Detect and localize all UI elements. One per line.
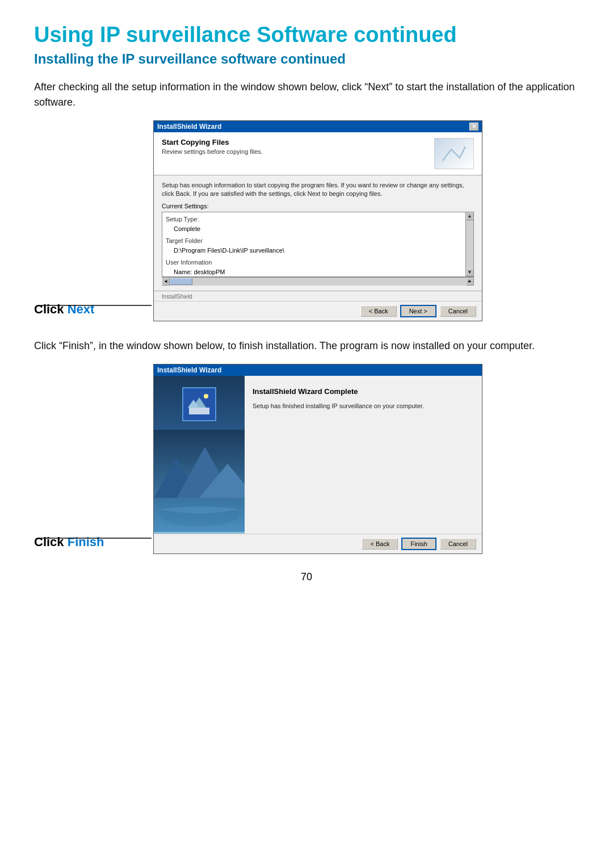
intro-paragraph: After checking all the setup information… — [34, 79, 579, 110]
hscrollbar-thumb[interactable] — [170, 278, 192, 285]
wizard1-titlebar: InstallShield Wizard ✕ — [154, 121, 482, 132]
page-number: 70 — [34, 571, 579, 583]
page-title: Using IP surveillance Software continued — [34, 23, 579, 48]
wizard2-side-panel — [154, 376, 245, 534]
wizard2-title: InstallShield Wizard — [157, 366, 221, 374]
wizard2-button-bar: < Back Finish Cancel — [154, 534, 482, 553]
click-finish-label: Click Finish — [34, 535, 104, 550]
wizard2-complete-text: Setup has finished installing IP surveil… — [253, 401, 474, 411]
settings-target-folder-value: D:\Program Files\D-Link\IP surveillance\ — [166, 246, 461, 255]
scrollbar-up-button[interactable]: ▲ — [466, 212, 474, 220]
wizard2-back-button[interactable]: < Back — [362, 538, 398, 550]
page-subtitle: Installing the IP surveillance software … — [34, 51, 579, 67]
settings-setup-type-value: Complete — [166, 224, 461, 234]
wizard2-icon — [182, 387, 216, 421]
svg-rect-3 — [189, 408, 209, 414]
wizard1-header: Start Copying Files Review settings befo… — [154, 132, 482, 175]
wizard1-settings-box: Setup Type: Complete Target Folder D:\Pr… — [162, 212, 474, 277]
wizard1-header-title: Start Copying Files — [162, 138, 263, 146]
click-next-label: Click Next — [34, 302, 94, 317]
finish-paragraph: Click “Finish”, in the window shown belo… — [34, 338, 579, 354]
wizard2-complete-title: InstallShield Wizard Complete — [253, 387, 474, 396]
hscrollbar-left-button[interactable]: ◄ — [162, 278, 170, 286]
wizard1-footer-text: InstallShield — [154, 291, 482, 301]
wizard2-titlebar: InstallShield Wizard — [154, 364, 482, 376]
svg-point-6 — [204, 394, 208, 399]
wizard1-current-settings-label: Current Settings: — [162, 203, 474, 209]
wizard1-hscrollbar[interactable]: ◄ ► — [162, 277, 474, 285]
wizard2-finish-button[interactable]: Finish — [401, 538, 436, 550]
wizard1-back-button[interactable]: < Back — [360, 305, 397, 317]
wizard1-close-button[interactable]: ✕ — [469, 123, 478, 131]
settings-target-folder-label: Target Folder — [166, 236, 461, 246]
wizard1-cancel-button[interactable]: Cancel — [440, 305, 476, 317]
wizard1-header-graphic — [434, 138, 474, 169]
wizard1-body: Setup has enough information to start co… — [154, 175, 482, 291]
wizard1-body-text: Setup has enough information to start co… — [162, 181, 474, 199]
scrollbar-down-button[interactable]: ▼ — [466, 269, 474, 276]
wizard1-next-button[interactable]: Next > — [400, 305, 436, 317]
wizard2-body: InstallShield Wizard Complete Setup has … — [154, 376, 482, 534]
settings-user-info-name: Name: desktopPM — [166, 267, 461, 277]
hscrollbar-right-button[interactable]: ► — [466, 278, 474, 286]
wizard2-right-panel: InstallShield Wizard Complete Setup has … — [245, 376, 482, 534]
svg-rect-0 — [437, 138, 471, 169]
wizard1-title: InstallShield Wizard — [157, 123, 221, 131]
wizard1-dialog: InstallShield Wizard ✕ Start Copying Fil… — [153, 120, 482, 322]
hscrollbar-track — [170, 278, 466, 286]
settings-user-info-label: User Information — [166, 258, 461, 267]
wizard2-dialog: InstallShield Wizard — [153, 364, 482, 554]
wizard1-scrollbar[interactable]: ▲ ▼ — [465, 212, 473, 276]
settings-setup-type-label: Setup Type: — [166, 215, 461, 224]
wizard2-cancel-button[interactable]: Cancel — [440, 538, 476, 550]
wizard1-button-bar: < Back Next > Cancel — [154, 301, 482, 321]
wizard1-header-subtitle: Review settings before copying files. — [162, 148, 263, 155]
